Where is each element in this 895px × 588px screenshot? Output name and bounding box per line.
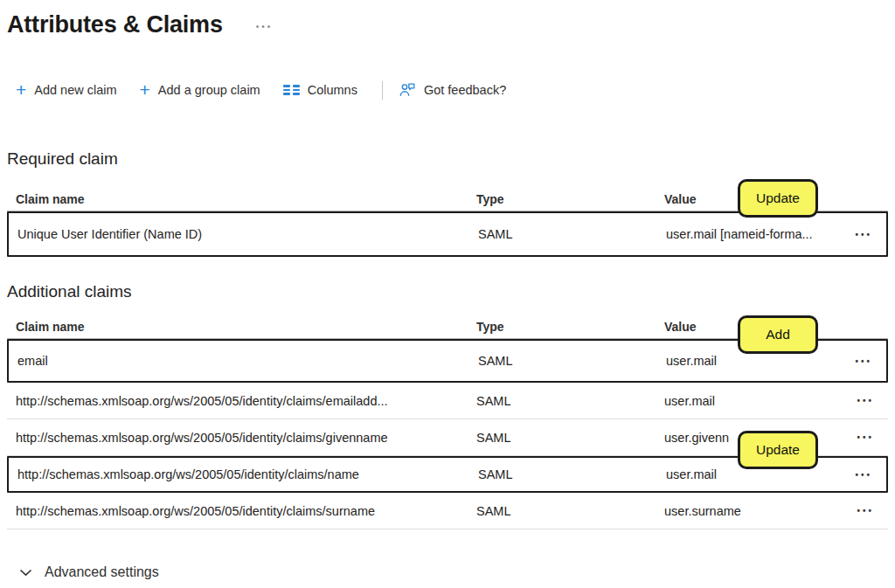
claim-value-cell: user.mail	[666, 467, 829, 481]
command-bar: + Add new claim + Add a group claim Colu…	[16, 79, 895, 101]
claim-name-cell: email	[17, 354, 478, 368]
claim-type-cell: SAML	[476, 504, 664, 518]
plus-icon: +	[140, 81, 150, 99]
claim-value-cell: user.mail	[664, 394, 830, 408]
claim-type-cell: SAML	[478, 354, 666, 368]
table-row-surname[interactable]: http://schemas.xmlsoap.org/ws/2005/05/id…	[7, 493, 888, 529]
claim-type-cell: SAML	[478, 467, 666, 481]
claim-type-cell: SAML	[476, 431, 664, 445]
got-feedback-button[interactable]: Got feedback?	[399, 81, 506, 99]
feedback-icon	[399, 81, 416, 99]
row-menu-icon[interactable]: •••	[829, 470, 878, 480]
add-new-claim-button[interactable]: + Add new claim	[16, 81, 117, 99]
advanced-settings-label: Advanced settings	[45, 564, 159, 580]
row-menu-icon[interactable]: •••	[830, 506, 879, 515]
row-menu-icon[interactable]: •••	[829, 356, 878, 366]
claim-value-cell: user.mail [nameid-forma...	[666, 227, 829, 241]
table-row-nameid[interactable]: Unique User Identifier (Name ID) SAML us…	[7, 211, 888, 257]
columns-button[interactable]: Columns	[283, 83, 357, 97]
column-type: Type	[476, 320, 664, 334]
claim-type-cell: SAML	[476, 394, 664, 408]
toolbar-divider	[382, 81, 383, 100]
columns-icon	[283, 85, 300, 95]
page-header: Attributes & Claims •••	[7, 9, 895, 40]
advanced-settings-toggle[interactable]: Advanced settings	[19, 564, 895, 580]
title-more-button[interactable]: •••	[256, 18, 274, 31]
annotation-callout-update-1: Update	[738, 179, 818, 218]
row-menu-icon[interactable]: •••	[829, 230, 878, 239]
row-menu-icon[interactable]: •••	[830, 432, 879, 442]
claim-type-cell: SAML	[478, 227, 666, 241]
plus-icon: +	[16, 81, 26, 99]
page-title: Attributes & Claims	[7, 11, 223, 38]
additional-claims-heading: Additional claims	[7, 281, 895, 302]
column-type: Type	[476, 192, 664, 206]
annotation-callout-add: Add	[738, 315, 818, 354]
chevron-down-icon	[19, 569, 32, 577]
claim-name-cell: http://schemas.xmlsoap.org/ws/2005/05/id…	[16, 431, 476, 445]
claim-value-cell: user.surname	[664, 504, 830, 518]
column-claim-name: Claim name	[16, 320, 476, 334]
add-group-claim-button[interactable]: + Add a group claim	[140, 81, 260, 99]
table-row-emailaddress[interactable]: http://schemas.xmlsoap.org/ws/2005/05/id…	[7, 383, 888, 419]
claim-name-cell: http://schemas.xmlsoap.org/ws/2005/05/id…	[17, 467, 478, 481]
claim-name-cell: http://schemas.xmlsoap.org/ws/2005/05/id…	[16, 394, 476, 408]
annotation-callout-update-2: Update	[738, 431, 818, 469]
claim-name-cell: Unique User Identifier (Name ID)	[17, 227, 478, 241]
columns-label: Columns	[308, 83, 357, 97]
attributes-claims-page: Attributes & Claims ••• + Add new claim …	[0, 0, 895, 588]
row-menu-icon[interactable]: •••	[830, 396, 879, 405]
column-claim-name: Claim name	[16, 192, 476, 206]
claim-value-cell: user.mail	[666, 354, 829, 368]
got-feedback-label: Got feedback?	[424, 83, 506, 97]
claim-name-cell: http://schemas.xmlsoap.org/ws/2005/05/id…	[16, 504, 476, 518]
required-claim-heading: Required claim	[7, 149, 895, 169]
add-new-claim-label: Add new claim	[34, 83, 116, 97]
add-group-claim-label: Add a group claim	[158, 83, 260, 97]
